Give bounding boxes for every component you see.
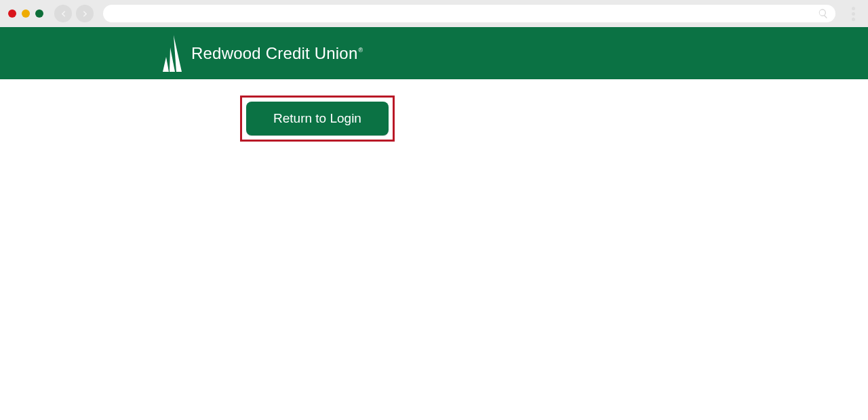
svg-marker-0 — [174, 35, 182, 72]
arrow-right-icon — [81, 9, 90, 18]
page-content: Return to Login — [0, 79, 868, 142]
registered-mark-icon: ® — [358, 47, 363, 54]
close-window-icon[interactable] — [8, 9, 16, 18]
brand-name: Redwood Credit Union ® — [191, 44, 363, 63]
svg-marker-1 — [170, 47, 175, 72]
nav-arrows — [54, 5, 94, 22]
address-bar[interactable] — [103, 5, 835, 22]
maximize-window-icon[interactable] — [35, 9, 43, 18]
forward-button[interactable] — [76, 5, 94, 22]
browser-chrome — [0, 0, 868, 27]
back-button[interactable] — [54, 5, 72, 22]
return-to-login-button[interactable]: Return to Login — [246, 102, 389, 135]
svg-marker-2 — [163, 57, 169, 72]
browser-menu-button[interactable] — [846, 7, 860, 21]
site-banner: Redwood Credit Union ® — [0, 27, 868, 79]
arrow-left-icon — [59, 9, 68, 18]
brand-logo-icon — [161, 35, 182, 72]
brand-name-text: Redwood Credit Union — [191, 44, 357, 63]
window-controls — [8, 9, 43, 18]
search-icon — [818, 8, 829, 19]
brand: Redwood Credit Union ® — [161, 35, 363, 72]
highlight-box: Return to Login — [240, 96, 395, 142]
dots-vertical-icon — [852, 7, 855, 10]
minimize-window-icon[interactable] — [22, 9, 30, 18]
